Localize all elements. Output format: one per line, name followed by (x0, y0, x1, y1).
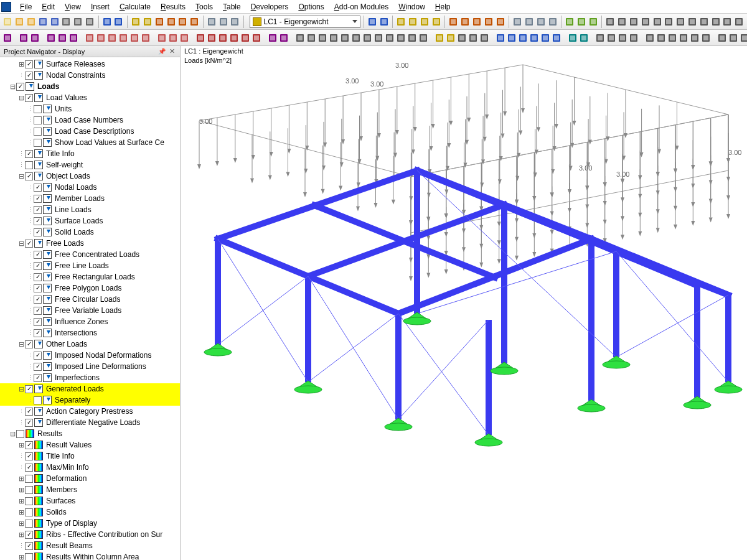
toolbtn-box[interactable] (690, 31, 700, 45)
toolbtn-undo[interactable] (101, 15, 112, 29)
tree-node[interactable]: Surface Loads (0, 215, 180, 226)
tree-checkbox[interactable] (25, 441, 33, 449)
toolbtn-box[interactable] (595, 31, 605, 45)
toolbtn-nav[interactable] (378, 15, 389, 29)
tree-checkbox[interactable] (25, 72, 33, 80)
toolbtn-box[interactable] (617, 15, 627, 29)
toolbtn-rot[interactable] (588, 15, 598, 29)
tree-checkbox[interactable] (34, 307, 42, 315)
toolbtn-box[interactable] (687, 15, 698, 29)
tree-node[interactable]: Other Loads (0, 338, 180, 350)
tree-node[interactable]: Action Category Prestress (0, 406, 180, 417)
tree-node[interactable]: Solid Loads (0, 226, 180, 238)
toolbtn-box[interactable] (385, 31, 395, 45)
toolbtn-box[interactable] (656, 31, 666, 45)
toolbtn-box[interactable] (701, 31, 711, 45)
toolbtn-grid[interactable] (512, 15, 523, 29)
tree-checkbox[interactable] (34, 251, 42, 259)
tree-checkbox[interactable] (34, 105, 42, 113)
expand-icon[interactable] (17, 441, 25, 449)
tree-checkbox[interactable] (34, 262, 42, 270)
toolbtn-box[interactable] (605, 15, 616, 29)
toolbtn-mesh[interactable] (96, 31, 106, 45)
toolbtn-nav[interactable] (540, 31, 550, 45)
expand-icon[interactable] (17, 486, 25, 493)
tree-checkbox[interactable] (25, 486, 33, 494)
tree-checkbox[interactable] (25, 340, 33, 348)
toolbtn-print[interactable] (61, 15, 72, 29)
toolbtn-section[interactable] (2, 31, 12, 45)
tree-node[interactable]: Free Line Loads (0, 260, 180, 271)
toolbtn-nav[interactable] (529, 31, 539, 45)
toolbtn-table[interactable] (230, 15, 240, 29)
toolbtn-table[interactable] (218, 15, 228, 29)
toolbtn-box[interactable] (362, 31, 372, 45)
tree-checkbox[interactable] (25, 542, 33, 550)
toolbtn-section[interactable] (57, 31, 67, 45)
tree-checkbox[interactable] (34, 396, 42, 404)
collapse-icon[interactable] (17, 172, 25, 180)
toolbtn-box[interactable] (717, 31, 727, 45)
toolbtn-zoom[interactable] (431, 15, 441, 29)
menu-help[interactable]: Help (430, 1, 456, 12)
toolbtn-box[interactable] (468, 31, 478, 45)
toolbtn-box[interactable] (407, 31, 417, 45)
toolbtn-select[interactable] (154, 15, 164, 29)
toolbtn-mesh[interactable] (118, 31, 128, 45)
toolbtn-box[interactable] (664, 15, 674, 29)
toolbtn-section[interactable] (46, 31, 56, 45)
tree-checkbox[interactable] (34, 139, 42, 147)
toolbtn-new[interactable] (2, 15, 13, 29)
model-viewport[interactable]: LC1 : Eigengewicht Loads [kN/m^2] (181, 46, 747, 560)
tree-node[interactable]: Member Loads (0, 193, 180, 204)
tree-checkbox[interactable] (34, 329, 42, 337)
tree-node[interactable]: Free Polygon Loads (0, 282, 180, 294)
tree-node[interactable]: Type of Display (0, 518, 180, 529)
tree-checkbox[interactable] (16, 83, 24, 91)
toolbtn-zoom[interactable] (142, 15, 153, 29)
expand-icon[interactable] (17, 60, 25, 68)
tree-checkbox[interactable] (25, 408, 33, 416)
toolbtn-zoom[interactable] (131, 15, 141, 29)
tree-checkbox[interactable] (34, 318, 42, 326)
toolbtn-box[interactable] (418, 31, 428, 45)
toolbtn-mesh[interactable] (179, 31, 189, 45)
tree-checkbox[interactable] (34, 116, 42, 124)
tree-checkbox[interactable] (25, 452, 33, 460)
tree-node[interactable]: Load Case Numbers (0, 114, 180, 126)
tree-checkbox[interactable] (25, 385, 33, 393)
tree-checkbox[interactable] (25, 94, 33, 102)
tree-node[interactable]: Imposed Line Deformations (0, 361, 180, 372)
tree-node[interactable]: Free Concentrated Loads (0, 249, 180, 260)
tree-checkbox[interactable] (25, 240, 33, 248)
collapse-icon[interactable] (17, 240, 25, 247)
toolbtn-box[interactable] (340, 31, 350, 45)
tree-checkbox[interactable] (25, 161, 33, 169)
collapse-icon[interactable] (17, 340, 25, 348)
toolbtn-box[interactable] (652, 15, 662, 29)
tree-node[interactable]: Solids (0, 506, 180, 518)
tree-node[interactable]: Object Loads (0, 170, 180, 182)
tree-node[interactable]: Free Circular Loads (0, 294, 180, 305)
toolbtn-mesh[interactable] (129, 31, 139, 45)
tree-node[interactable]: Differentiate Negative Loads (0, 417, 180, 428)
tree-node[interactable]: Surfaces (0, 495, 180, 506)
toolbtn-nav[interactable] (518, 31, 528, 45)
toolbtn-zoom[interactable] (435, 31, 444, 45)
toolbtn-box[interactable] (734, 15, 745, 29)
toolbtn-section[interactable] (68, 31, 78, 45)
toolbtn-box[interactable] (640, 15, 651, 29)
toolbtn-box[interactable] (351, 31, 361, 45)
toolbtn-mesh[interactable] (85, 31, 95, 45)
tree-node[interactable]: Separately (0, 394, 180, 406)
toolbtn-box[interactable] (645, 31, 655, 45)
tree-node[interactable]: Nodal Loads (0, 182, 180, 193)
tree-node[interactable]: Units (0, 103, 180, 114)
tree-checkbox[interactable] (34, 284, 42, 292)
menu-table[interactable]: Table (218, 1, 246, 12)
toolbtn-calc[interactable] (251, 31, 261, 45)
toolbtn-box[interactable] (667, 31, 677, 45)
expand-icon[interactable] (17, 520, 25, 527)
toolbtn-box[interactable] (728, 31, 738, 45)
expand-icon[interactable] (17, 475, 25, 482)
